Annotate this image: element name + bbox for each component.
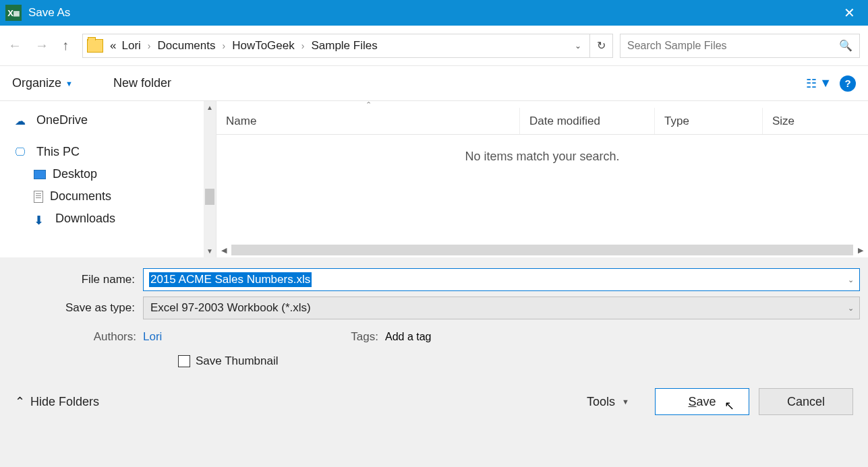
title-bar: X≣ Save As ✕ [0, 0, 868, 26]
tree-item-downloads[interactable]: ⬇ Downloads [0, 208, 216, 230]
chevron-down-icon: ▼ [622, 398, 629, 406]
download-icon: ⬇ [34, 213, 49, 225]
tree-label: OneDrive [36, 113, 88, 127]
breadcrumb-item[interactable]: Documents [155, 39, 219, 53]
cloud-icon: ☁ [15, 115, 30, 127]
address-bar[interactable]: « Lori › Documents › HowToGeek › Sample … [82, 34, 590, 58]
save-as-type-label: Save as type: [8, 301, 143, 315]
tools-button[interactable]: Tools ▼ [587, 395, 629, 409]
save-as-type-select[interactable]: Excel 97-2003 Workbook (*.xls) ⌄ [143, 297, 860, 319]
column-headers: Name Date modified Type Size [216, 108, 868, 135]
cursor-icon: ↖ [724, 398, 734, 413]
scroll-up-icon[interactable]: ▲ [206, 101, 213, 114]
scrollbar-track[interactable] [231, 245, 853, 255]
up-button[interactable]: ↑ [62, 38, 69, 53]
file-name-value: 2015 ACME Sales Numbers.xls [149, 272, 312, 287]
save-thumbnail-checkbox[interactable] [178, 355, 190, 367]
file-list: ⌃ Name Date modified Type Size No items … [216, 101, 868, 257]
hide-folders-label: Hide Folders [30, 395, 99, 409]
save-button[interactable]: Save ↖ [655, 388, 749, 415]
search-box[interactable]: 🔍 [620, 34, 860, 58]
chevron-up-icon: ⌃ [15, 394, 25, 409]
view-options-button[interactable]: ☷ ▼ [806, 76, 832, 91]
bottom-bar: ⌃ Hide Folders Tools ▼ Save ↖ Cancel [0, 373, 868, 423]
close-button[interactable]: ✕ [836, 5, 863, 21]
save-thumbnail-label: Save Thumbnail [196, 354, 279, 368]
tree-item-desktop[interactable]: Desktop [0, 163, 216, 185]
new-folder-button[interactable]: New folder [113, 76, 171, 90]
desktop-icon [34, 170, 46, 179]
scrollbar-thumb[interactable] [205, 189, 214, 205]
tree-item-this-pc[interactable]: 🖵 This PC [0, 141, 216, 163]
back-button[interactable]: ← [8, 38, 22, 53]
tags-value[interactable]: Add a tag [385, 331, 432, 343]
column-name[interactable]: Name [216, 108, 520, 134]
breadcrumb-item[interactable]: Lori [119, 39, 143, 53]
chevron-right-icon: › [218, 40, 229, 51]
breadcrumb-prefix: « [107, 39, 119, 53]
cancel-button[interactable]: Cancel [759, 388, 853, 415]
breadcrumb-item[interactable]: HowToGeek [229, 39, 297, 53]
tree-label: Downloads [55, 212, 115, 226]
search-icon[interactable]: 🔍 [839, 39, 852, 52]
file-name-input[interactable]: 2015 ACME Sales Numbers.xls ⌄ [143, 268, 860, 291]
tree-item-onedrive[interactable]: ☁ OneDrive [0, 109, 216, 131]
chevron-down-icon[interactable]: ⌄ [848, 304, 854, 313]
scroll-right-icon[interactable]: ▶ [853, 246, 868, 255]
tools-label: Tools [587, 395, 615, 409]
organize-button[interactable]: Organize ▼ [12, 76, 73, 90]
horizontal-scrollbar[interactable]: ◀ ▶ [216, 243, 868, 257]
navigation-tree: ☁ OneDrive 🖵 This PC Desktop Documents ⬇… [0, 101, 216, 257]
scroll-down-icon[interactable]: ▼ [206, 245, 213, 257]
authors-label: Authors: [8, 330, 136, 344]
column-date[interactable]: Date modified [520, 108, 655, 134]
refresh-button[interactable]: ↻ [590, 34, 613, 58]
body: ☁ OneDrive 🖵 This PC Desktop Documents ⬇… [0, 101, 868, 257]
hide-folders-button[interactable]: ⌃ Hide Folders [15, 394, 99, 409]
excel-icon: X≣ [5, 5, 22, 21]
tree-item-documents[interactable]: Documents [0, 185, 216, 208]
breadcrumb-item[interactable]: Sample Files [308, 39, 380, 53]
column-type[interactable]: Type [655, 108, 763, 134]
address-dropdown-icon[interactable]: ⌄ [575, 41, 581, 51]
list-view-icon: ☷ [806, 76, 817, 91]
file-name-label: File name: [8, 273, 143, 286]
chevron-right-icon: › [297, 40, 309, 51]
tree-label: This PC [36, 145, 80, 159]
tags-label: Tags: [351, 330, 378, 344]
chevron-down-icon: ▼ [65, 80, 73, 88]
organize-label: Organize [12, 76, 61, 90]
toolbar: Organize ▼ New folder ☷ ▼ ? [0, 66, 868, 101]
monitor-icon: 🖵 [15, 146, 30, 158]
forward-button[interactable]: → [35, 38, 49, 53]
chevron-right-icon: › [144, 40, 155, 51]
tree-label: Documents [50, 189, 111, 204]
scroll-left-icon[interactable]: ◀ [216, 246, 231, 255]
tree-scrollbar[interactable]: ▲ ▼ [204, 101, 216, 257]
save-form: File name: 2015 ACME Sales Numbers.xls ⌄… [0, 257, 868, 373]
empty-message: No items match your search. [216, 135, 868, 243]
tree-label: Desktop [53, 167, 97, 181]
authors-value[interactable]: Lori [143, 330, 162, 344]
navigation-bar: ← → ↑ « Lori › Documents › HowToGeek › S… [0, 26, 868, 66]
chevron-down-icon[interactable]: ⌄ [848, 276, 854, 284]
chevron-down-icon: ▼ [819, 76, 832, 90]
save-as-type-value: Excel 97-2003 Workbook (*.xls) [150, 301, 311, 315]
dialog-title: Save As [28, 6, 836, 20]
help-button[interactable]: ? [840, 75, 856, 92]
folder-icon [87, 39, 103, 53]
search-input[interactable] [627, 40, 839, 52]
document-icon [34, 191, 43, 203]
column-size[interactable]: Size [763, 108, 868, 134]
